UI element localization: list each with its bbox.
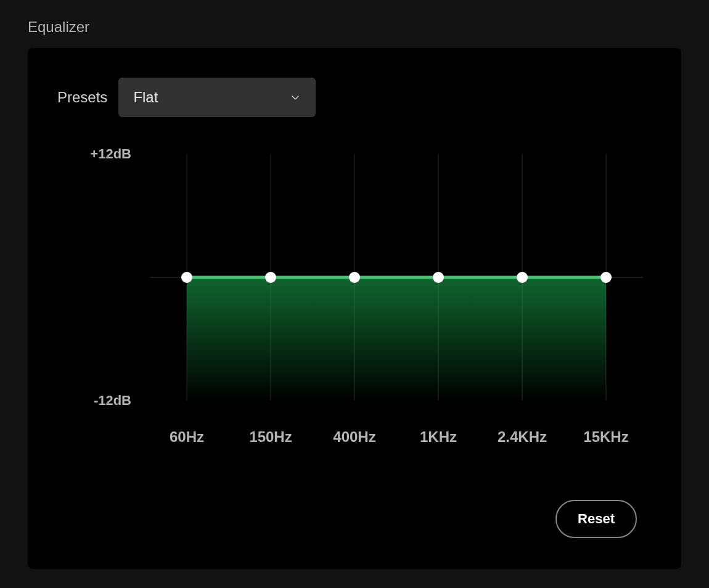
eq-band-handle[interactable] — [517, 272, 528, 283]
preset-select[interactable]: Flat — [118, 78, 316, 117]
y-axis-bottom-label: -12dB — [94, 393, 131, 409]
equalizer-chart-area: +12dB -12dB — [57, 154, 652, 401]
x-axis-labels: 60Hz150Hz400Hz1KHz2.4KHz15KHz — [150, 428, 643, 453]
y-axis-labels: +12dB -12dB — [57, 154, 150, 401]
eq-band-handle[interactable] — [600, 272, 612, 283]
eq-band-handle[interactable] — [181, 272, 192, 283]
x-axis-label: 1KHz — [420, 428, 457, 446]
page-title: Equalizer — [28, 18, 681, 36]
x-axis-label: 15KHz — [583, 428, 628, 446]
x-axis-label: 400Hz — [333, 428, 375, 446]
eq-band-handle[interactable] — [349, 272, 360, 283]
presets-row: Presets Flat — [57, 78, 652, 117]
presets-label: Presets — [57, 89, 107, 106]
y-axis-top-label: +12dB — [90, 146, 131, 162]
eq-band-handle[interactable] — [433, 272, 444, 283]
eq-band-handle[interactable] — [265, 272, 276, 283]
x-axis-label: 2.4KHz — [498, 428, 547, 446]
x-axis-label: 150Hz — [249, 428, 292, 446]
equalizer-panel: Presets Flat +12dB -12dB 60Hz150Hz400Hz1… — [28, 48, 681, 569]
reset-button[interactable]: Reset — [555, 500, 637, 538]
x-axis-label: 60Hz — [170, 428, 204, 446]
preset-selected-value: Flat — [133, 89, 158, 106]
equalizer-chart[interactable] — [150, 154, 643, 401]
chevron-down-icon — [290, 92, 301, 103]
